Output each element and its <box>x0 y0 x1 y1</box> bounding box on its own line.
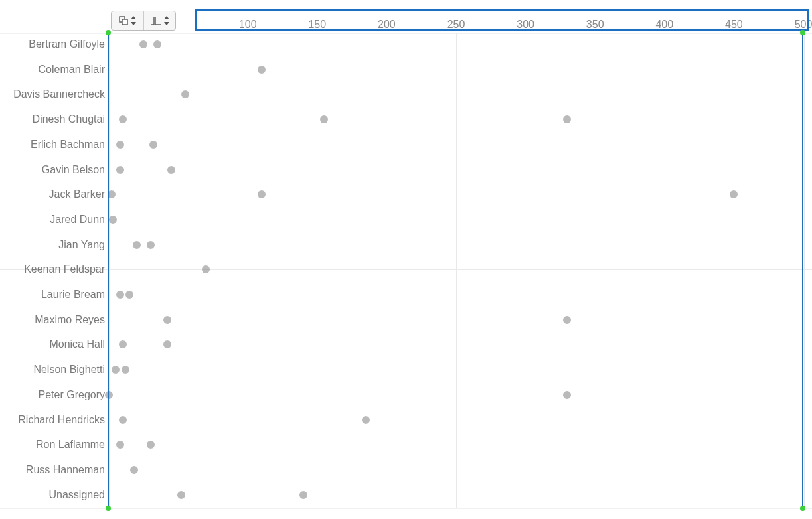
data-point[interactable] <box>258 66 266 74</box>
x-axis-highlight[interactable] <box>195 9 809 31</box>
y-category-label: Richard Hendricks <box>0 414 105 426</box>
copy-icon <box>119 16 128 25</box>
data-point[interactable] <box>147 241 155 249</box>
data-point[interactable] <box>116 441 124 449</box>
data-point[interactable] <box>202 265 210 273</box>
layout-icon <box>151 17 161 25</box>
data-point[interactable] <box>163 340 171 348</box>
y-category-label: Keenan Feldspar <box>0 263 105 275</box>
y-category-label: Dinesh Chugtai <box>0 113 105 125</box>
data-point[interactable] <box>149 141 157 149</box>
data-point[interactable] <box>181 90 189 98</box>
selection-handle[interactable] <box>800 506 805 511</box>
data-point[interactable] <box>125 291 133 299</box>
y-category-label: Peter Gregory <box>0 389 105 401</box>
svg-rect-2 <box>151 17 154 25</box>
data-point[interactable] <box>133 241 141 249</box>
data-point[interactable] <box>108 190 116 198</box>
y-category-label: Gavin Belson <box>0 164 105 176</box>
data-point[interactable] <box>119 416 127 424</box>
y-category-label: Coleman Blair <box>0 64 105 76</box>
svg-rect-3 <box>155 17 161 25</box>
data-point[interactable] <box>116 141 124 149</box>
y-category-label: Jian Yang <box>0 239 105 251</box>
data-point[interactable] <box>167 166 175 174</box>
y-category-label: Maximo Reyes <box>0 314 105 326</box>
data-point[interactable] <box>299 491 307 499</box>
selection-handle[interactable] <box>106 506 111 511</box>
data-point[interactable] <box>147 441 155 449</box>
y-category-label: Bertram Gilfoyle <box>0 38 105 50</box>
selection-handle[interactable] <box>106 30 111 35</box>
y-category-label: Russ Hanneman <box>0 464 105 476</box>
data-point[interactable] <box>177 491 185 499</box>
data-point[interactable] <box>730 190 738 198</box>
y-category-label: Nelson Bighetti <box>0 364 105 376</box>
y-category-label: Jared Dunn <box>0 214 105 226</box>
selection-handle[interactable] <box>800 30 805 35</box>
y-category-label: Davis Bannercheck <box>0 88 105 100</box>
data-point[interactable] <box>105 391 113 399</box>
y-category-label: Unassigned <box>0 489 105 501</box>
data-point[interactable] <box>119 340 127 348</box>
updown-icon <box>131 16 136 25</box>
y-category-label: Laurie Bream <box>0 289 105 301</box>
y-category-label: Erlich Bachman <box>0 139 105 151</box>
data-point[interactable] <box>139 40 147 48</box>
data-point[interactable] <box>153 40 161 48</box>
layout-button[interactable] <box>143 11 175 30</box>
data-point[interactable] <box>258 190 266 198</box>
data-point[interactable] <box>130 466 138 474</box>
data-point[interactable] <box>563 115 571 123</box>
copy-style-button[interactable] <box>112 11 143 30</box>
data-point[interactable] <box>112 366 120 374</box>
data-point[interactable] <box>163 316 171 324</box>
data-point[interactable] <box>119 115 127 123</box>
chart-viewport: 100150200250300350400450500 Bertram Gilf… <box>0 0 812 519</box>
data-point[interactable] <box>563 316 571 324</box>
data-point[interactable] <box>362 416 370 424</box>
chart-toolbar <box>111 11 176 31</box>
svg-rect-1 <box>122 19 127 25</box>
y-category-label: Ron Laflamme <box>0 439 105 451</box>
data-point[interactable] <box>563 391 571 399</box>
data-point[interactable] <box>320 115 328 123</box>
y-category-label: Jack Barker <box>0 188 105 200</box>
data-point[interactable] <box>116 291 124 299</box>
y-category-label: Monica Hall <box>0 338 105 350</box>
data-point[interactable] <box>122 366 129 374</box>
data-point[interactable] <box>109 216 117 224</box>
updown-icon <box>164 16 169 25</box>
plot-area[interactable] <box>109 33 805 508</box>
data-point[interactable] <box>116 166 124 174</box>
